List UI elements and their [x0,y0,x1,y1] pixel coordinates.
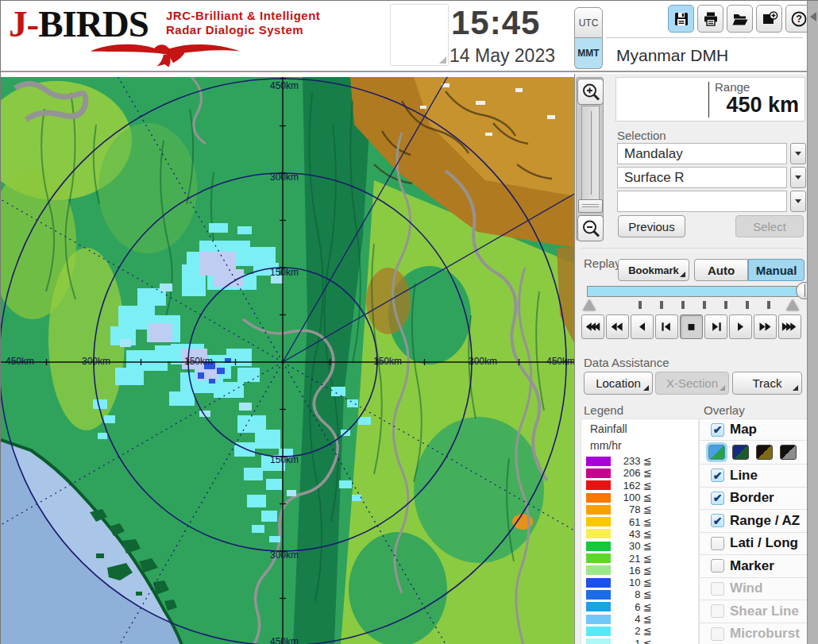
option-dropdown-arrow[interactable] [790,191,806,212]
station-dropdown[interactable]: Mandalay [617,143,787,164]
map-style-navy-darkgreen[interactable] [732,445,749,460]
utc-button[interactable]: UTC [574,7,603,38]
station-dropdown-arrow[interactable] [790,143,806,164]
border-checkbox[interactable]: ✔ [711,492,724,505]
overlay-item-lati-long[interactable]: Lati / Long [700,533,807,556]
forward-fast-icon [781,322,798,332]
overlay-item-map[interactable]: ✔Map [700,419,807,441]
option-dropdown[interactable] [617,191,787,212]
legend-value: 10 ≦ [611,577,652,588]
legend-entry-10: 10 ≦ [581,577,698,588]
overlay-item-marker[interactable]: Marker [700,555,807,578]
replay-slider-track[interactable] [587,286,804,297]
legend-color-swatch [586,529,611,538]
stop-button[interactable] [680,314,703,339]
legend-value: 162 ≦ [611,480,652,492]
play-button[interactable] [729,314,752,339]
map-style-black-olive[interactable] [756,445,773,460]
bookmark-button[interactable]: Bookmark [618,259,689,281]
stop-icon [683,322,700,332]
overlay-item-wind: Wind [700,578,807,601]
map-style-blue-green[interactable] [708,445,725,460]
legend-entry-6: 6 ≦ [581,601,698,613]
zoom-slider-track[interactable] [581,106,600,200]
legend-entry-2: 2 ≦ [581,625,698,637]
product-dropdown-arrow[interactable] [790,167,806,188]
marker-checkbox[interactable] [711,559,724,573]
open-folder-button[interactable] [727,5,753,33]
clock-time: 15:45 [451,4,540,42]
logo-subtitle: JRC-Brilliant & Intelligent Radar Dialog… [166,9,320,37]
map-checkbox[interactable]: ✔ [711,423,724,437]
zoom-in-button[interactable] [577,79,604,105]
print-button[interactable] [697,5,723,33]
replay-label: Replay [584,256,621,270]
mmt-button[interactable]: MMT [574,38,603,69]
range-label: 150km [270,267,299,278]
range-label: 450km [6,356,34,367]
range-divider [708,82,709,118]
header: J-BIRDS JRC-Brilliant & Intelligent Rada… [1,1,818,72]
auto-button[interactable]: Auto [694,259,748,281]
overlay-item-label: Lati / Long [730,535,798,551]
forward-fast-button[interactable] [778,314,801,339]
legend-color-swatch [586,590,611,600]
previous-button[interactable]: Previous [618,215,685,237]
map-style-black-gray[interactable] [780,445,797,460]
legend-title-line2: mm/hr [590,439,698,453]
legend-color-swatch [586,480,611,490]
rewind-icon [609,322,626,332]
collapse-arrow-icon [810,12,816,21]
overlay-item-line[interactable]: ✔Line [700,465,807,488]
step-forward-button[interactable] [704,314,727,339]
lati-long-checkbox[interactable] [711,537,724,550]
legend-color-swatch [586,638,611,644]
rewind-fast-button[interactable] [581,314,604,339]
play-reverse-icon [634,322,650,332]
legend-value: 43 ≦ [611,528,652,540]
slider-end-marker[interactable] [786,299,799,310]
range-label: 300km [469,356,497,367]
product-dropdown[interactable]: Surface R [617,167,787,188]
overlay-item-label: Border [730,490,774,506]
legend-value: 61 ≦ [611,516,652,528]
app-logo: J-BIRDS [9,6,149,43]
playback-controls [581,314,801,339]
help-icon: ? [790,10,808,28]
zoom-out-button[interactable] [577,215,604,241]
manual-button[interactable]: Manual [748,259,804,281]
range-value: 450 km [726,93,799,118]
legend-panel: Rainfall mm/hr 233 ≦206 ≦162 ≦100 ≦78 ≦6… [581,418,699,644]
play-reverse-button[interactable] [631,314,654,339]
line-checkbox[interactable]: ✔ [711,469,724,482]
range-label: Range [715,80,750,94]
overlay-panel: ✔Map✔Line✔Border✔Range / AZLati / LongMa… [699,418,808,644]
legend-entry-43: 43 ≦ [581,528,698,540]
legend-title-line1: Rainfall [590,422,698,436]
legend-value: 6 ≦ [611,601,652,613]
slider-start-marker[interactable] [583,299,596,310]
forward-button[interactable] [754,314,777,339]
capture-button[interactable] [756,5,782,33]
slider-tick [703,301,706,309]
legend-entry-206: 206 ≦ [581,467,698,479]
legend-entry-16: 16 ≦ [581,565,698,577]
legend-value: 206 ≦ [611,467,652,479]
panel-collapse-strip[interactable] [807,1,818,644]
step-back-button[interactable] [655,314,678,339]
open-folder-icon [731,10,749,28]
track-button[interactable]: Track [732,372,802,395]
zoom-slider-thumb[interactable] [578,199,603,213]
save-button[interactable] [668,5,694,33]
range-az-checkbox[interactable]: ✔ [711,514,724,527]
overlay-item-range-az[interactable]: ✔Range / AZ [700,510,807,533]
timezone-toggle: UTC MMT [574,7,603,69]
location-button[interactable]: Location [584,372,653,395]
legend-color-swatch [586,517,611,526]
overlay-item-border[interactable]: ✔Border [700,488,807,511]
radar-map[interactable]: 450km300km150km150km300km450km450km300km… [1,77,574,644]
overlay-item-shear-line: Shear Line [700,600,807,623]
toolbar: ? [668,5,812,33]
rewind-button[interactable] [606,314,629,339]
legend-value: 8 ≦ [611,588,652,600]
